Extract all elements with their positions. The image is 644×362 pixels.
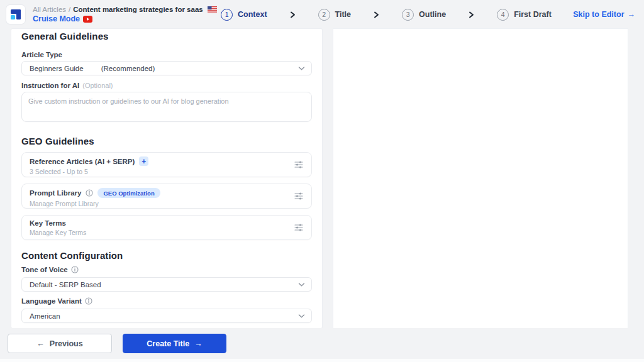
top-bar: All Articles / Content marketing strateg… [0,0,644,29]
main-area: General Guidelines Article Type Beginner… [0,29,644,328]
prompt-library-title: Prompt Library [30,189,81,197]
chevron-down-icon [298,314,305,318]
chevron-down-icon [298,66,305,70]
create-title-button-label: Create Title [147,339,189,348]
breadcrumb-current-article: Content marketing strategies for saas [73,6,203,13]
chevron-down-icon [298,282,305,287]
create-title-button[interactable]: Create Title → [123,334,226,353]
step-4-circle: 4 [497,9,509,21]
footer-bar: ← Previous Create Title → [0,328,644,359]
step-title[interactable]: 2 Title [318,9,351,21]
reference-articles-card[interactable]: Reference Articles (AI + SERP) + 3 Selec… [21,152,312,177]
previous-button[interactable]: ← Previous [8,334,112,353]
geo-optimization-badge: GEO Optimization [97,188,160,198]
instruction-label: Instruction for AI (Optional) [21,82,312,89]
step-2-label: Title [335,10,351,19]
step-outline[interactable]: 3 Outline [402,9,446,21]
logo-icon [9,8,22,21]
instruction-label-text: Instruction for AI [21,82,79,89]
youtube-icon[interactable] [83,16,92,23]
language-variant-label: Language Variant [21,297,312,305]
tone-of-voice-select[interactable]: Default - SERP Based [21,277,312,292]
tone-of-voice-label: Tone of Voice [21,266,312,273]
previous-button-label: Previous [50,339,83,348]
chevron-right-icon [290,11,296,18]
language-variant-label-text: Language Variant [21,297,82,305]
info-icon[interactable] [71,266,79,273]
preview-panel [333,29,628,328]
app-logo[interactable] [6,5,25,24]
tone-of-voice-value: Default - SERP Based [30,281,101,288]
step-context[interactable]: 1 Context [221,9,267,21]
step-3-circle: 3 [402,9,414,21]
step-first-draft[interactable]: 4 First Draft [497,9,552,21]
article-type-hint: (Recommended) [101,65,155,72]
breadcrumb: All Articles / Content marketing strateg… [33,6,217,13]
step-4-label: First Draft [514,10,552,19]
breadcrumb-all-articles[interactable]: All Articles [33,6,66,13]
cruise-mode-label: Cruise Mode [33,14,80,23]
chevron-right-icon [469,11,474,18]
step-1-circle: 1 [221,9,233,21]
breadcrumb-separator: / [69,6,70,13]
right-arrow-icon: → [194,339,203,348]
step-3-label: Outline [419,10,446,19]
reference-articles-title: Reference Articles (AI + SERP) [30,158,135,165]
us-flag-icon [208,6,217,13]
step-1-label: Context [238,10,267,19]
left-arrow-icon: ← [36,339,45,348]
sliders-icon[interactable] [294,161,303,168]
app-root: All Articles / Content marketing strateg… [0,0,644,362]
info-icon[interactable] [85,297,92,305]
right-arrow-icon: → [628,10,636,19]
content-configuration-heading: Content Configuration [21,250,312,261]
step-2-circle: 2 [318,9,330,21]
add-reference-button[interactable]: + [139,156,148,166]
key-terms-card[interactable]: Key Terms Manage Key Terms [21,215,312,240]
prompt-library-subtitle[interactable]: Manage Prompt Library [30,200,286,207]
prompt-library-card[interactable]: Prompt Library GEO Optimization Manage P… [21,184,312,209]
reference-articles-subtitle: 3 Selected - Up to 5 [30,168,286,175]
article-type-select[interactable]: Beginners Guide (Recommended) [21,61,312,75]
key-terms-subtitle[interactable]: Manage Key Terms [30,229,286,236]
language-variant-value: American [30,312,60,320]
sliders-icon[interactable] [294,224,303,231]
general-guidelines-heading: General Guidelines [21,31,312,41]
article-type-value: Beginners Guide [30,65,84,72]
context-form-panel: General Guidelines Article Type Beginner… [11,29,322,328]
bottom-strip [0,359,644,362]
stepper: 1 Context 2 Title 3 Outline 4 Fir [217,9,556,21]
header-title-block: All Articles / Content marketing strateg… [33,6,217,23]
article-type-label: Article Type [21,51,312,58]
language-variant-select[interactable]: American [21,309,312,323]
skip-to-editor-label: Skip to Editor [573,10,624,19]
instruction-optional-text: (Optional) [82,82,113,89]
tone-of-voice-label-text: Tone of Voice [21,266,68,273]
key-terms-title: Key Terms [30,219,66,227]
cruise-mode-link[interactable]: Cruise Mode [33,14,217,23]
chevron-right-icon [374,11,379,18]
geo-guidelines-heading: GEO Guidelines [21,136,312,146]
info-icon[interactable] [86,189,93,197]
skip-to-editor-link[interactable]: Skip to Editor → [573,10,635,19]
instruction-textarea[interactable] [21,92,312,122]
sliders-icon[interactable] [294,192,303,200]
